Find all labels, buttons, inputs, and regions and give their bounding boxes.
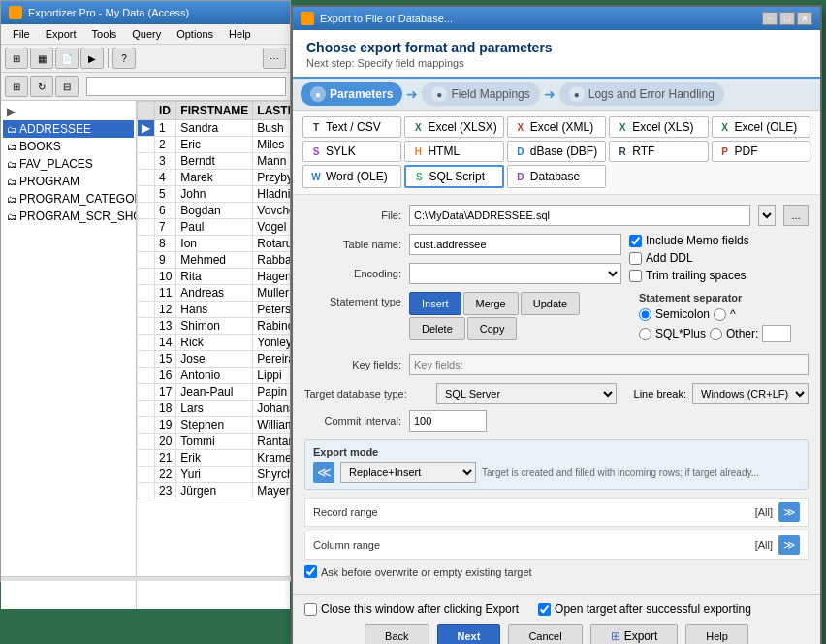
export-button[interactable]: ⊞ Export — [590, 624, 679, 644]
row-marker-cell — [138, 285, 155, 302]
toolbar-filter-icon[interactable]: ⊟ — [55, 76, 79, 97]
tree-item-addressee[interactable]: 🗂 ADDRESSEE — [3, 120, 134, 138]
toolbar-export-icon[interactable]: ▶ — [80, 48, 104, 69]
tree-item-program-category[interactable]: 🗂 PROGRAM_CATEGORY — [3, 190, 134, 208]
format-btn-dbase[interactable]: D dBase (DBF) — [507, 141, 606, 162]
table-row: 19 Stephen Williams — [138, 417, 291, 434]
commit-interval-input[interactable] — [409, 410, 487, 432]
row-marker-cell — [138, 269, 155, 285]
format-btn-database[interactable]: D Database — [507, 165, 606, 188]
export-mode-description: Target is created and filled with incomi… — [482, 467, 800, 478]
format-btn-excel-ole[interactable]: X Excel (OLE) — [712, 116, 810, 138]
format-grid: T Text / CSV X Excel (XLSX) X Excel (XML… — [302, 116, 810, 188]
format-btn-sql[interactable]: S SQL Script — [404, 165, 503, 188]
trim-trailing-checkbox[interactable] — [629, 270, 642, 282]
next-button[interactable]: Next — [437, 624, 501, 644]
search-input[interactable] — [86, 77, 286, 96]
file-input[interactable] — [409, 205, 750, 226]
tree-item-books[interactable]: 🗂 BOOKS — [3, 138, 134, 155]
format-btn-excel-xml[interactable]: X Excel (XML) — [507, 116, 606, 138]
format-btn-text-csv[interactable]: T Text / CSV — [302, 116, 401, 138]
include-memo-checkbox[interactable] — [629, 235, 642, 247]
row-lastname: Mann — [253, 153, 290, 170]
file-dropdown[interactable]: ▾ — [758, 205, 776, 226]
close-after-checkbox[interactable] — [304, 603, 317, 616]
export-mode-expand-button[interactable]: ≪ — [313, 462, 334, 483]
radio-semicolon-input[interactable] — [639, 308, 651, 321]
table-row: 12 Hans Petersen — [138, 302, 291, 318]
col-id[interactable]: ID — [155, 102, 176, 120]
toolbar-table2-icon[interactable]: ⊞ — [5, 76, 28, 97]
ask-overwrite-checkbox[interactable] — [304, 565, 317, 578]
stmt-delete-button[interactable]: Delete — [409, 317, 465, 340]
dialog-window: Export to File or Database... − □ ✕ Choo… — [291, 5, 822, 644]
col-lastname[interactable]: LASTNA... — [253, 102, 290, 120]
format-btn-pdf[interactable]: P PDF — [712, 141, 810, 162]
tree-item-fav-places[interactable]: 🗂 FAV_PLACES — [3, 155, 134, 173]
other-separator-input[interactable] — [762, 325, 791, 342]
trim-trailing-label: Trim trailing spaces — [646, 269, 747, 282]
stmt-insert-button[interactable]: Insert — [409, 292, 461, 315]
rtf-icon: R — [616, 145, 629, 158]
open-after-checkbox[interactable] — [538, 603, 551, 616]
back-button[interactable]: Back — [365, 624, 429, 644]
col-firstname[interactable]: FIRSTNAME — [176, 102, 253, 120]
format-btn-sylk[interactable]: S SYLK — [302, 141, 401, 162]
tree-item-program-scr-shot[interactable]: 🗂 PROGRAM_SCR_SHOT — [3, 208, 134, 225]
target-db-select[interactable]: SQL Server — [436, 383, 617, 404]
format-label-sylk: SYLK — [326, 145, 356, 158]
cancel-button[interactable]: Cancel — [508, 624, 582, 644]
encoding-select[interactable] — [409, 263, 621, 284]
menu-options[interactable]: Options — [169, 26, 221, 42]
stmt-copy-button[interactable]: Copy — [467, 317, 518, 340]
toolbar-grid-icon[interactable]: ▦ — [30, 48, 53, 69]
menu-export[interactable]: Export — [38, 26, 84, 42]
column-range-button[interactable]: ≫ — [778, 535, 800, 555]
include-memo-row: Include Memo fields — [629, 234, 809, 247]
toolbar-help-icon[interactable]: ? — [112, 48, 136, 69]
key-fields-input[interactable] — [409, 354, 809, 375]
row-id: 23 — [155, 483, 176, 499]
menu-tools[interactable]: Tools — [84, 26, 125, 42]
minimize-button[interactable]: − — [762, 12, 778, 25]
menu-help[interactable]: Help — [221, 26, 259, 42]
row-marker-cell — [138, 219, 155, 236]
row-marker-cell — [138, 351, 155, 368]
radio-other-input[interactable] — [710, 328, 722, 340]
file-browse-button[interactable]: ... — [783, 205, 809, 226]
export-mode-select[interactable]: Replace+Insert — [340, 462, 476, 483]
stmt-update-button[interactable]: Update — [521, 292, 580, 315]
format-btn-word[interactable]: W Word (OLE) — [302, 165, 401, 188]
tab-num-1: ● — [310, 86, 326, 102]
close-button[interactable]: ✕ — [797, 12, 812, 25]
maximize-button[interactable]: □ — [779, 12, 795, 25]
format-btn-excel-xls[interactable]: X Excel (XLS) — [609, 116, 708, 138]
help-button[interactable]: Help — [685, 624, 748, 644]
wizard-tab-parameters[interactable]: ● Parameters — [301, 82, 402, 106]
format-btn-rtf[interactable]: R RTF — [609, 141, 708, 162]
stmt-merge-button[interactable]: Merge — [463, 292, 519, 315]
tree-item-program[interactable]: 🗂 PROGRAM — [3, 173, 134, 190]
toolbar-doc-icon[interactable]: 📄 — [55, 48, 79, 69]
add-ddl-checkbox[interactable] — [629, 252, 642, 265]
row-id: 16 — [155, 368, 176, 384]
wizard-tab-fieldmappings[interactable]: ● Field Mappings — [422, 82, 539, 106]
wizard-tab-logs[interactable]: ● Logs and Error Handling — [559, 82, 724, 106]
radio-caret-input[interactable] — [714, 308, 726, 321]
menu-file[interactable]: File — [5, 26, 38, 42]
line-break-select[interactable]: Windows (CR+LF) — [692, 383, 809, 404]
menu-query[interactable]: Query — [124, 26, 169, 42]
format-btn-excel-xlsx[interactable]: X Excel (XLSX) — [404, 116, 503, 138]
format-label-text-csv: Text / CSV — [326, 120, 381, 134]
record-range-button[interactable]: ≫ — [778, 502, 800, 522]
two-col-layout: Table name: Encoding: Include Memo field… — [304, 234, 809, 292]
format-btn-html[interactable]: H HTML — [404, 141, 503, 162]
table-name-input[interactable] — [409, 234, 621, 255]
toolbar-table-icon[interactable]: ⊞ — [5, 48, 28, 69]
format-label-sql: SQL Script — [429, 170, 485, 183]
radio-sqlplus-input[interactable] — [639, 328, 651, 340]
excel-ole-icon: X — [718, 120, 732, 134]
toolbar-extra-icon[interactable]: ⋯ — [263, 48, 286, 69]
toolbar-refresh-icon[interactable]: ↻ — [30, 76, 53, 97]
dialog-header-title: Choose export format and parameters — [306, 40, 807, 55]
